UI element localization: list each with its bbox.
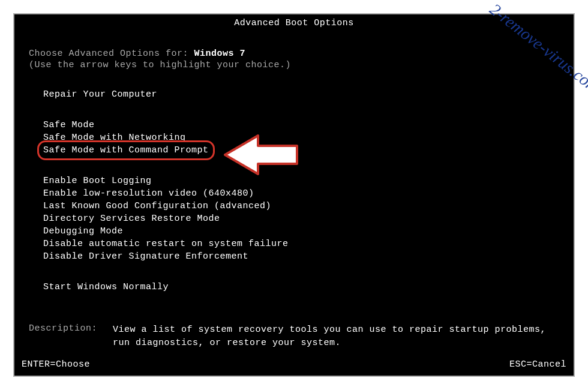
menu-item-low-res[interactable]: Enable low-resolution video (640x480) [43, 187, 559, 200]
description-label: Description: [29, 323, 113, 350]
menu-item-last-known-good[interactable]: Last Known Good Configuration (advanced) [43, 200, 559, 212]
description-block: Description: View a list of system recov… [29, 323, 559, 350]
os-name: Windows 7 [194, 49, 246, 59]
hint-text: (Use the arrow keys to highlight your ch… [29, 60, 559, 70]
menu-group-repair: Repair Your Computer [29, 88, 559, 101]
menu-item-boot-logging[interactable]: Enable Boot Logging [43, 175, 559, 187]
menu-item-highlight-wrap: Safe Mode with Command Prompt [43, 144, 209, 157]
content-area: Choose Advanced Options for: Windows 7 (… [14, 31, 574, 350]
footer-bar: ENTER=Choose ESC=Cancel [22, 359, 566, 370]
menu-item-repair[interactable]: Repair Your Computer [43, 88, 559, 101]
menu-group-start-normal: Start Windows Normally [29, 281, 559, 293]
menu-group-advanced: Enable Boot Logging Enable low-resolutio… [29, 175, 559, 263]
choose-prefix: Choose Advanced Options for: [29, 49, 194, 59]
menu-item-disable-auto-restart[interactable]: Disable automatic restart on system fail… [43, 238, 559, 250]
menu-item-ds-restore[interactable]: Directory Services Restore Mode [43, 212, 559, 225]
menu-item-start-normally[interactable]: Start Windows Normally [43, 281, 559, 293]
boot-options-screen: Advanced Boot Options Choose Advanced Op… [13, 13, 575, 377]
menu-item-debugging[interactable]: Debugging Mode [43, 225, 559, 238]
menu-item-safe-mode-cmd[interactable]: Safe Mode with Command Prompt [43, 144, 209, 157]
menu-group-safemode: Safe Mode Safe Mode with Networking Safe… [29, 119, 559, 157]
menu-item-safe-mode-networking[interactable]: Safe Mode with Networking [43, 131, 559, 144]
footer-esc: ESC=Cancel [509, 359, 566, 370]
description-text: View a list of system recovery tools you… [113, 323, 559, 350]
choose-line: Choose Advanced Options for: Windows 7 [29, 49, 559, 59]
menu-item-safe-mode[interactable]: Safe Mode [43, 119, 559, 131]
menu-item-disable-driver-sig[interactable]: Disable Driver Signature Enforcement [43, 250, 559, 263]
footer-enter: ENTER=Choose [22, 359, 90, 370]
